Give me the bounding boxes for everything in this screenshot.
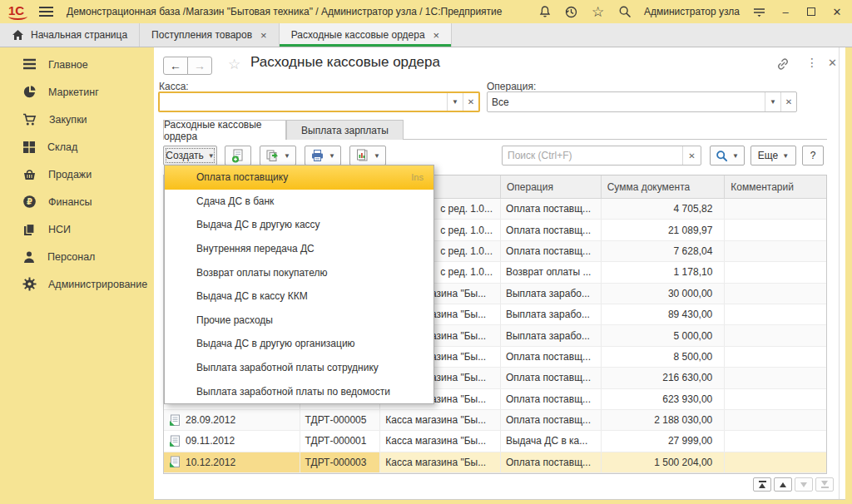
new-document-button[interactable] (225, 146, 251, 166)
maximize-button[interactable] (805, 6, 818, 18)
operation-label: Операция: (487, 81, 536, 92)
main-menu-icon[interactable] (39, 7, 53, 17)
kassa-input[interactable] (160, 93, 447, 111)
column-header-comment[interactable]: Комментарий (725, 175, 826, 198)
help-button[interactable]: ? (802, 146, 824, 166)
open-windows-tabbar: Начальная страница Поступления товаров ×… (0, 23, 852, 47)
sidebar-label: Персонал (47, 251, 95, 263)
page-down-button[interactable] (795, 477, 813, 492)
table-row-selected[interactable]: 10.12.2012 ТДРТ-000003Касса магазина "Бы… (164, 452, 826, 473)
page-tab-vyplata-zarplaty[interactable]: Выплата зарплаты (286, 120, 404, 140)
column-header-amount[interactable]: Сумма документа (602, 175, 726, 198)
pages-stack-icon (22, 223, 37, 236)
document-icon (169, 456, 181, 468)
menu-item-vyplata-zp-sotrudniku[interactable]: Выплата заработной платы сотруднику (165, 356, 433, 380)
sidebar-label: Администрирование (48, 279, 147, 290)
page-up-button[interactable] (774, 477, 792, 492)
printer-icon (310, 149, 324, 162)
sidebar-item-zakupki[interactable]: Закупки (0, 106, 154, 133)
gear-icon (22, 277, 37, 291)
favorites-star-icon[interactable]: ☆ (591, 5, 605, 19)
search-button[interactable]: ▼ (710, 146, 745, 166)
search-input[interactable] (503, 146, 682, 165)
tab-close-icon[interactable]: × (259, 29, 267, 42)
create-button[interactable]: Создать▼ (163, 146, 217, 166)
menu-item-oplata-postavshchiku[interactable]: Оплата поставщику Ins (165, 166, 433, 190)
print-button[interactable]: ▼ (305, 146, 341, 166)
sidebar-item-marketing[interactable]: Маркетинг (0, 78, 154, 106)
tab-postupleniya-tovarov[interactable]: Поступления товаров × (140, 23, 280, 47)
search-clear-icon[interactable]: ✕ (682, 146, 701, 165)
menu-item-vyplata-zp-po-vedomosti[interactable]: Выплата заработной платы по ведомости (165, 379, 433, 403)
link-icon[interactable] (776, 57, 790, 74)
title-bar: 1С Демонстрационная база /Магазин "Бытов… (0, 0, 852, 23)
sidebar-item-sklad[interactable]: Склад (0, 133, 154, 161)
menu-item-vozvrat-oplaty-pokupatelyu[interactable]: Возврат оплаты покупателю (165, 260, 433, 284)
menu-item-vydacha-ds-v-druguyu-organizaciyu[interactable]: Выдача ДС в другую организацию (165, 332, 433, 356)
operation-dropdown-icon[interactable]: ▼ (765, 92, 780, 111)
page-tab-label: Выплата зарплаты (301, 125, 389, 136)
ruble-circle-icon: ₽ (22, 195, 37, 209)
person-icon (22, 250, 36, 264)
sidebar-label: Главное (48, 59, 88, 71)
sidebar-item-personal[interactable]: Персонал (0, 243, 154, 270)
more-button-label: Еще (758, 150, 778, 161)
kassa-clear-icon[interactable]: ✕ (463, 93, 478, 111)
table-nav-buttons (753, 477, 834, 492)
tab-rashodnye-kassovye-ordera[interactable]: Расходные кассовые ордера × (280, 23, 453, 47)
menu-item-vydacha-ds-v-kassu-kkm[interactable]: Выдача ДС в кассу ККМ (165, 284, 433, 309)
menu-item-label: Возврат оплаты покупателю (196, 267, 327, 279)
copy-button[interactable]: ▼ (260, 146, 296, 166)
sidebar-item-glavnoe[interactable]: Главное (0, 51, 154, 78)
close-window-button[interactable]: ✕ (830, 6, 844, 18)
sidebar-item-prodazhi[interactable]: Продажи (0, 161, 154, 188)
sidebar-item-nsi[interactable]: НСИ (0, 215, 154, 243)
basket-icon (22, 168, 37, 181)
magnifier-icon (716, 150, 728, 162)
page-title: Расходные кассовые ордера (250, 54, 440, 71)
back-button[interactable]: ← (163, 57, 188, 75)
report-chart-icon (355, 149, 369, 162)
more-menu-icon[interactable]: ⋮ (806, 56, 818, 69)
service-menu-icon[interactable] (752, 5, 766, 19)
tab-home-label: Начальная страница (31, 29, 127, 41)
shopping-cart-icon (22, 113, 37, 126)
user-name[interactable]: Администратор узла (644, 6, 740, 17)
menu-item-vnutrennyaya-peredacha-ds[interactable]: Внутренняя передача ДС (165, 237, 433, 261)
page-tab-label: Расходные кассовые ордера (164, 119, 285, 142)
more-button[interactable]: Еще▼ (750, 146, 796, 166)
sidebar-item-finansy[interactable]: ₽ Финансы (0, 188, 154, 215)
table-row[interactable]: 09.11.2012 ТДРТ-000001Касса магазина "Бы… (164, 431, 826, 452)
history-icon[interactable] (564, 5, 578, 19)
menu-item-label: Сдача ДС в банк (196, 195, 274, 207)
report-button[interactable]: ▼ (349, 146, 386, 166)
favorite-star-icon[interactable]: ☆ (228, 56, 240, 73)
tab-home[interactable]: Начальная страница (0, 23, 140, 47)
operation-clear-icon[interactable]: ✕ (780, 92, 796, 111)
go-to-last-button[interactable] (815, 477, 834, 492)
forward-button[interactable]: → (187, 57, 212, 75)
kassa-combo: ▼ ✕ (158, 91, 480, 112)
operation-input[interactable]: Все (488, 92, 765, 111)
sidebar-label: Склад (47, 141, 77, 153)
menu-item-sdacha-ds-v-bank[interactable]: Сдача ДС в банк (165, 190, 433, 214)
app-window: 1С Демонстрационная база /Магазин "Бытов… (0, 0, 852, 504)
tab-close-icon[interactable]: × (432, 29, 440, 42)
document-icon (169, 435, 181, 447)
tab-label: Расходные кассовые ордера (291, 29, 425, 41)
page-tab-rko[interactable]: Расходные кассовые ордера (163, 120, 286, 140)
kassa-label: Касса: (159, 81, 189, 92)
global-search-icon[interactable] (617, 5, 632, 19)
form-close-button[interactable]: ✕ (828, 57, 837, 69)
go-to-first-button[interactable] (753, 477, 771, 492)
menu-item-prochie-rashody[interactable]: Прочие расходы (165, 309, 433, 333)
table-row[interactable]: 28.09.2012 ТДРТ-000005Касса магазина "Бы… (164, 410, 826, 431)
minimize-button[interactable]: – (779, 6, 792, 18)
menu-item-vydacha-ds-v-druguyu-kassu[interactable]: Выдача ДС в другую кассу (165, 213, 433, 237)
notifications-bell-icon[interactable] (537, 5, 552, 19)
operation-combo: Все ▼ ✕ (487, 91, 797, 112)
column-header-operation[interactable]: Операция (501, 175, 602, 198)
kassa-dropdown-icon[interactable]: ▼ (447, 93, 463, 111)
sidebar-item-administrirovanie[interactable]: Администрирование (0, 270, 154, 298)
sidebar-label: Продажи (48, 169, 92, 180)
